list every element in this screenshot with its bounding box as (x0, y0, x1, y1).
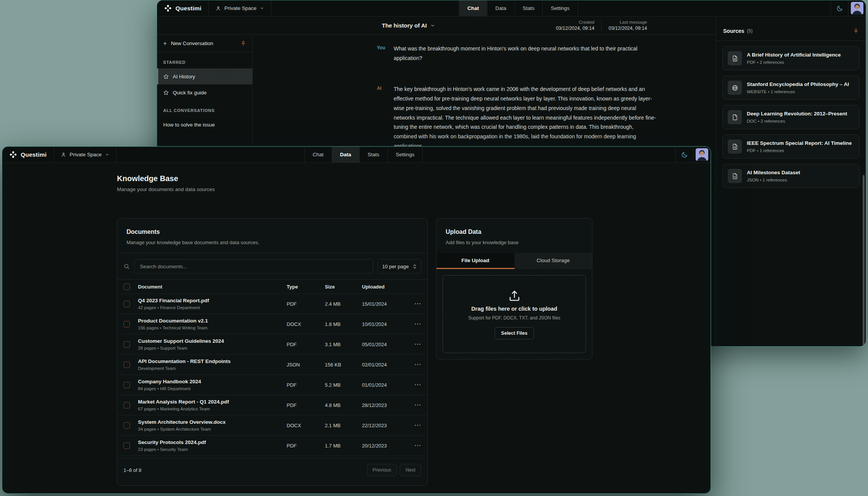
source-card[interactable]: IEEE Spectrum Special Report: AI Timelin… (722, 135, 860, 159)
search-input[interactable] (134, 259, 373, 274)
theme-toggle[interactable] (675, 147, 693, 162)
row-actions-button[interactable]: ⋯ (414, 381, 421, 388)
star-icon (163, 90, 169, 96)
theme-toggle[interactable] (831, 0, 848, 16)
user-icon (61, 152, 66, 157)
document-size: 1.8 MB (325, 321, 362, 327)
document-name: Market Analysis Report - Q1 2024.pdf (138, 399, 287, 405)
document-meta: 156 pages • Technical Writing Team (138, 326, 287, 330)
tab-data[interactable]: Data (487, 0, 515, 16)
brand[interactable]: Questimi (157, 0, 209, 16)
sources-count: (5) (747, 28, 753, 34)
source-card[interactable]: A Brief History of Artificial Intelligen… (722, 46, 860, 70)
row-actions-button[interactable]: ⋯ (414, 422, 421, 428)
row-actions-button[interactable]: ⋯ (414, 300, 421, 307)
tab-stats[interactable]: Stats (515, 0, 543, 16)
pagination: 1–8 of 8 Previous Next (117, 458, 427, 485)
document-type: PDF (287, 301, 325, 307)
tab-file-upload[interactable]: File Upload (436, 253, 514, 269)
account-menu[interactable] (848, 0, 866, 16)
document-name: Company Handbook 2024 (138, 379, 287, 384)
document-uploaded: 02/01/2024 (362, 362, 410, 368)
tab-stats[interactable]: Stats (360, 147, 388, 162)
table-row[interactable]: Security Protocols 2024.pdf 23 pages • S… (117, 436, 427, 456)
per-page-select[interactable]: 10 per page (378, 259, 421, 274)
tab-data[interactable]: Data (332, 147, 360, 162)
message-role: AI (377, 84, 389, 151)
star-icon (163, 74, 169, 79)
sidebar-item-label: AI History (173, 74, 195, 79)
chevron-down-icon (260, 6, 264, 10)
document-meta: Development Team (138, 366, 287, 371)
search-icon (123, 263, 130, 269)
document-name: Product Documentation v2.1 (138, 318, 287, 324)
document-meta: 28 pages • Support Team (138, 346, 287, 350)
documents-card: Documents Manage your knowledge base doc… (117, 218, 428, 486)
document-uploaded: 15/01/2024 (362, 301, 410, 307)
document-uploaded: 20/12/2023 (362, 443, 410, 449)
sidebar-item-ai-history[interactable]: AI History (157, 68, 252, 84)
row-actions-button[interactable]: ⋯ (414, 442, 421, 449)
account-menu[interactable] (693, 147, 711, 162)
row-checkbox[interactable] (123, 422, 130, 429)
row-checkbox[interactable] (123, 301, 130, 307)
pin-icon[interactable] (853, 28, 859, 34)
starred-section-label: STARRED (157, 52, 252, 68)
tab-cloud-storage[interactable]: Cloud Storage (514, 253, 592, 269)
table-row[interactable]: Company Handbook 2024 84 pages • HR Depa… (117, 375, 427, 395)
conversation-title-group[interactable]: The history of AI (382, 16, 435, 34)
user-avatar (696, 148, 708, 161)
brand-name: Questimi (21, 151, 47, 158)
row-actions-button[interactable]: ⋯ (414, 361, 421, 368)
message-role: You (377, 44, 389, 63)
next-page-button[interactable]: Next (400, 464, 421, 476)
sidebar-item-how-to-solve[interactable]: How to solve the issue (157, 117, 252, 133)
row-checkbox[interactable] (123, 443, 130, 449)
table-row[interactable]: Market Analysis Report - Q1 2024.pdf 67 … (117, 395, 427, 415)
sources-scrollbar[interactable] (863, 175, 865, 346)
source-card[interactable]: Stanford Encyclopedia of Philosophy – AI… (722, 76, 860, 100)
row-checkbox[interactable] (123, 321, 130, 327)
document-name: Customer Support Guidelines 2024 (138, 338, 287, 344)
upload-subtitle: Add files to your knowledge base (446, 240, 583, 245)
table-row[interactable]: System Architecture Overview.docx 34 pag… (117, 415, 427, 436)
row-actions-button[interactable]: ⋯ (414, 341, 421, 347)
new-conversation-button[interactable]: + New Conversation (157, 35, 252, 52)
column-uploaded: Uploaded (362, 284, 410, 290)
document-meta: 23 pages • Security Team (138, 447, 287, 452)
document-uploaded: 22/12/2023 (362, 423, 410, 428)
brand[interactable]: Questimi (2, 147, 54, 162)
per-page-value: 10 per page (382, 264, 409, 269)
row-checkbox[interactable] (123, 361, 130, 368)
previous-page-button[interactable]: Previous (367, 464, 397, 476)
table-row[interactable]: Q4 2023 Financial Report.pdf 42 pages • … (117, 294, 427, 314)
table-row[interactable]: API Documentation - REST Endpoints Devel… (117, 355, 427, 375)
row-actions-button[interactable]: ⋯ (414, 402, 421, 408)
table-row[interactable]: Product Documentation v2.1 156 pages • T… (117, 314, 427, 334)
row-checkbox[interactable] (123, 402, 130, 408)
created-label: Created (556, 20, 594, 24)
tab-settings[interactable]: Settings (543, 0, 578, 16)
source-card[interactable]: Deep Learning Revolution: 2012–Present D… (722, 105, 860, 129)
tab-chat[interactable]: Chat (459, 0, 487, 16)
table-row[interactable]: Customer Support Guidelines 2024 28 page… (117, 334, 427, 355)
workspace-switcher[interactable]: Private Space (209, 0, 271, 16)
user-avatar (851, 2, 863, 15)
tab-chat[interactable]: Chat (305, 147, 332, 162)
conversation-title: The history of AI (382, 22, 427, 29)
file-dropzone[interactable]: Drag files here or click to upload Suppo… (443, 275, 586, 353)
workspace-switcher[interactable]: Private Space (54, 147, 117, 162)
row-checkbox[interactable] (123, 341, 130, 348)
row-actions-button[interactable]: ⋯ (414, 321, 421, 327)
page-subtitle: Manage your documents and data sources (117, 186, 215, 192)
documents-title: Documents (127, 229, 418, 235)
select-all-checkbox[interactable] (123, 284, 130, 290)
pin-icon[interactable] (240, 41, 246, 46)
sidebar-item-quick-fix-guide[interactable]: Quick fix guide (157, 84, 252, 100)
row-checkbox[interactable] (123, 382, 130, 388)
file-text-icon (728, 139, 742, 154)
source-meta: PDF • 2 references (747, 60, 841, 65)
select-files-button[interactable]: Select Files (495, 327, 534, 339)
tab-settings[interactable]: Settings (388, 147, 423, 162)
source-card[interactable]: AI Milestones Dataset JSON • 1 reference… (722, 164, 860, 188)
